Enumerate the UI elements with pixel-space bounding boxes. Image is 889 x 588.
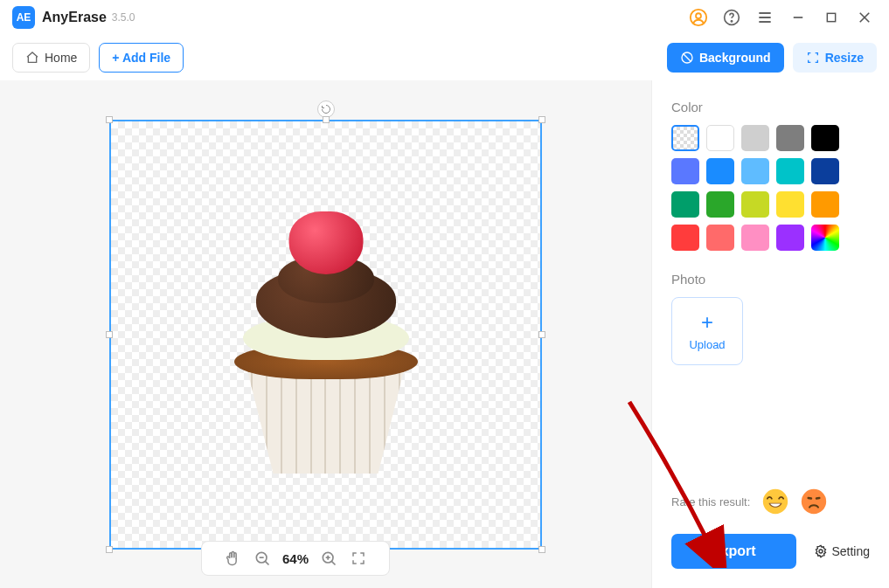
side-panel: Color Photo + Upload Rate this result: E… (651, 80, 889, 588)
color-swatch-navy[interactable] (811, 158, 839, 184)
menu-icon[interactable] (753, 5, 777, 30)
color-swatch-white[interactable] (706, 125, 734, 151)
color-section-label: Color (671, 100, 870, 114)
title-bar: AE AnyErase 3.5.0 (0, 0, 889, 35)
upload-label: Upload (689, 338, 725, 351)
pan-hand-icon[interactable] (218, 543, 247, 573)
color-swatch-green[interactable] (706, 191, 734, 218)
setting-label: Setting (831, 544, 870, 558)
color-swatch-sky[interactable] (741, 158, 769, 184)
export-button[interactable]: Export (671, 534, 796, 569)
resize-handle-tl[interactable] (106, 116, 113, 123)
resize-handle-br[interactable] (538, 546, 545, 553)
rotate-handle[interactable] (317, 100, 335, 118)
maximize-icon[interactable] (819, 5, 844, 30)
svg-point-3 (731, 21, 732, 22)
resize-button[interactable]: Resize (793, 43, 877, 73)
color-swatch-azure[interactable] (706, 158, 734, 184)
svg-point-0 (691, 10, 706, 25)
home-button[interactable]: Home (12, 43, 90, 73)
resize-handle-tm[interactable] (323, 116, 330, 123)
zoom-bar-wrap: 64% (201, 541, 390, 576)
color-swatch-orange[interactable] (811, 191, 839, 218)
account-icon[interactable] (686, 5, 711, 30)
help-icon[interactable] (719, 5, 744, 30)
color-swatch-pink[interactable] (741, 225, 769, 251)
svg-point-17 (819, 550, 823, 553)
zoom-in-button[interactable] (314, 543, 344, 573)
side-bottom: Export Setting (671, 534, 870, 569)
add-file-label: + Add File (112, 51, 170, 65)
add-file-button[interactable]: + Add File (99, 43, 184, 73)
plus-icon: + (701, 312, 713, 333)
cupcake-image[interactable] (226, 238, 427, 474)
rate-label: Rate this result: (671, 495, 750, 508)
color-swatch-light-grey[interactable] (741, 125, 769, 151)
color-swatch-blue[interactable] (671, 158, 699, 184)
workspace: Color Photo + Upload Rate this result: E… (0, 80, 889, 588)
color-swatch-purple[interactable] (776, 225, 804, 251)
resize-handle-tr[interactable] (538, 116, 545, 123)
color-swatches (671, 125, 870, 251)
canvas-wrapper (109, 120, 542, 550)
rate-row: Rate this result: (671, 488, 870, 515)
zoom-value: 64% (282, 551, 309, 566)
photo-section-label: Photo (671, 272, 870, 287)
resize-handle-ml[interactable] (106, 331, 113, 338)
svg-point-1 (696, 13, 701, 18)
color-swatch-lime[interactable] (741, 191, 769, 218)
color-swatch-grey[interactable] (776, 125, 804, 151)
resize-handle-bl[interactable] (106, 546, 113, 553)
happy-emoji[interactable] (762, 488, 788, 515)
fullscreen-button[interactable] (344, 543, 373, 573)
color-swatch-teal[interactable] (776, 158, 804, 184)
setting-button[interactable]: Setting (814, 544, 870, 558)
main-toolbar: Home + Add File Background Resize (0, 35, 889, 80)
svg-rect-8 (827, 13, 835, 21)
sad-emoji[interactable] (801, 488, 827, 515)
home-label: Home (45, 51, 77, 65)
color-swatch-emerald[interactable] (671, 191, 699, 218)
svg-line-12 (683, 53, 691, 61)
gear-icon (814, 544, 828, 558)
minimize-icon[interactable] (786, 5, 810, 30)
color-swatch-black[interactable] (811, 125, 839, 151)
svg-line-22 (331, 561, 335, 564)
svg-point-13 (763, 489, 788, 514)
canvas-area (0, 80, 651, 588)
resize-label: Resize (825, 51, 864, 65)
app-version: 3.5.0 (112, 11, 135, 24)
color-swatch-rainbow[interactable] (811, 225, 839, 251)
color-swatch-transparent[interactable] (671, 125, 699, 151)
export-label: Export (712, 543, 756, 559)
svg-line-19 (265, 561, 268, 564)
zoom-bar: 64% (201, 541, 390, 576)
canvas-frame[interactable] (109, 120, 542, 550)
color-swatch-salmon[interactable] (706, 225, 734, 251)
color-swatch-red[interactable] (671, 225, 699, 251)
svg-point-14 (802, 489, 826, 514)
app-logo: AE (12, 6, 35, 29)
background-button[interactable]: Background (667, 43, 784, 73)
resize-handle-mr[interactable] (538, 331, 545, 338)
color-swatch-yellow[interactable] (776, 191, 804, 218)
app-name: AnyErase (42, 10, 107, 25)
zoom-out-button[interactable] (247, 543, 277, 573)
background-label: Background (699, 51, 771, 65)
close-icon[interactable] (852, 5, 877, 30)
upload-photo-button[interactable]: + Upload (671, 297, 743, 365)
